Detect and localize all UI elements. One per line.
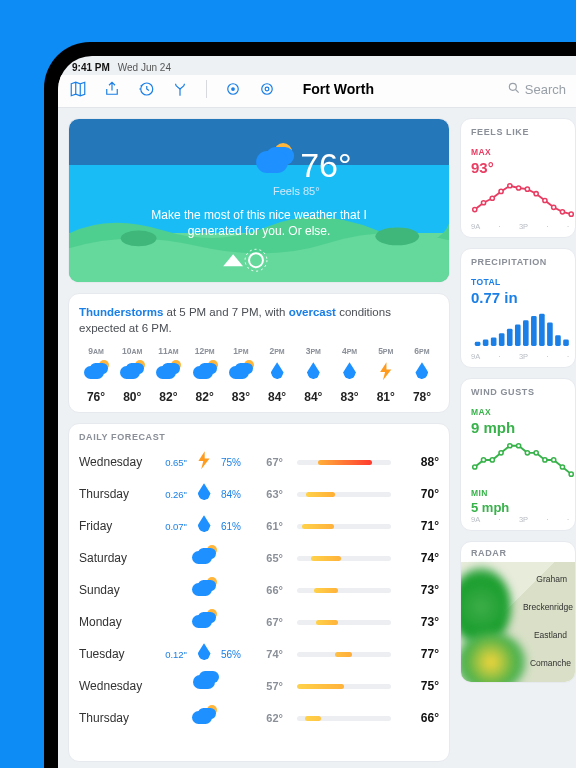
day-name: Wednesday [79,679,147,693]
svg-point-43 [552,458,556,462]
feels-like-max-label: MAX [471,147,491,157]
daily-row[interactable]: Friday0.07"61%61°71° [69,510,449,542]
low-temp: 62° [255,712,283,724]
precip-amount: 0.07" [153,521,187,532]
wind-title: WIND GUSTS [471,385,575,401]
precip-title: PRECIPITATION [471,255,575,271]
search-icon [507,81,521,98]
search-placeholder: Search [525,82,566,97]
day-name: Saturday [79,551,147,565]
hourly-column[interactable]: 12PM82° [188,346,222,404]
high-temp: 66° [405,711,439,725]
gear-icon[interactable] [257,79,277,99]
radar-map[interactable]: Graham Breckenridge Eastland Comanche [461,562,575,682]
forecast-summary: Thunderstorms at 5 PM and 7 PM, with ove… [79,304,439,336]
hourly-column[interactable]: 6PM78° [405,346,439,404]
fork-icon[interactable] [170,79,190,99]
daily-forecast-card[interactable]: DAILY FORECAST Wednesday0.65"75%67°88°Th… [68,423,450,762]
hourly-column[interactable]: 11AM82° [151,346,185,404]
daily-row[interactable]: Saturday65°74° [69,542,449,574]
feels-like-text: Feels 85° [273,185,320,197]
high-temp: 75° [405,679,439,693]
current-temp: 76° [300,146,351,185]
svg-point-2 [231,87,235,91]
svg-point-14 [508,184,512,188]
history-icon[interactable] [136,79,156,99]
hour-temp: 82° [159,390,177,404]
partly-cloudy-icon [193,362,217,384]
rain-icon [193,643,215,665]
precipitation-card[interactable]: PRECIPITATION TOTAL 0.77 in 9A·3P·· [460,248,576,368]
hour-label: 10AM [122,346,142,356]
radar-city: Graham [536,574,567,584]
rain-icon [193,515,215,537]
day-name: Thursday [79,487,147,501]
high-temp: 71° [405,519,439,533]
hour-label: 12PM [195,346,215,356]
hour-label: 6PM [414,346,429,356]
svg-point-20 [560,210,564,214]
share-icon[interactable] [102,79,122,99]
feels-like-card[interactable]: FEELS LIKE MAX 93° 9A·3P·· [460,118,576,238]
hour-label: 2PM [269,346,284,356]
daily-row[interactable]: Wednesday0.65"75%67°88° [69,446,449,478]
current-conditions-card[interactable]: 76° Feels 85° Make the most of this nice… [68,118,450,283]
search-field[interactable]: Search [507,81,566,98]
partly-cloudy-icon [192,579,216,601]
precip-pct: 56% [221,649,249,660]
svg-point-35 [481,458,485,462]
day-name: Tuesday [79,647,147,661]
svg-point-40 [525,451,529,455]
rain-icon [301,362,325,384]
toolbar: Fort Worth Search [58,75,576,108]
day-name: Sunday [79,583,147,597]
target-icon[interactable] [223,79,243,99]
radar-city: Comanche [530,658,571,668]
daily-row[interactable]: Sunday66°73° [69,574,449,606]
partly-cloudy-icon [120,362,144,384]
page-title: Fort Worth [303,81,374,97]
daily-row[interactable]: Thursday62°66° [69,702,449,734]
daily-row[interactable]: Thursday0.26"84%63°70° [69,478,449,510]
partly-cloudy-icon [254,145,294,185]
status-bar: 9:41 PM Wed Jun 24 [58,56,576,75]
daily-row[interactable]: Wednesday57°75° [69,670,449,702]
temp-range-bar [297,620,391,625]
partly-cloudy-icon [229,362,253,384]
thunderstorm-icon [193,451,215,473]
hourly-forecast-card[interactable]: Thunderstorms at 5 PM and 7 PM, with ove… [68,293,450,413]
radar-card[interactable]: RADAR Graham Breckenridge Eastland Coman… [460,541,576,683]
low-temp: 65° [255,552,283,564]
hourly-column[interactable]: 2PM84° [260,346,294,404]
hour-label: 9AM [88,346,104,356]
hour-temp: 83° [340,390,358,404]
hourly-column[interactable]: 9AM76° [79,346,113,404]
high-temp: 73° [405,583,439,597]
hour-temp: 84° [268,390,286,404]
status-date: Wed Jun 24 [118,62,171,73]
low-temp: 57° [255,680,283,692]
hourly-column[interactable]: 4PM83° [333,346,367,404]
hourly-column[interactable]: 10AM80° [115,346,149,404]
hour-temp: 84° [304,390,322,404]
wind-gusts-card[interactable]: WIND GUSTS MAX 9 mph MIN 5 mph 9A·3P·· [460,378,576,531]
daily-row[interactable]: Monday67°73° [69,606,449,638]
hourly-column[interactable]: 1PM83° [224,346,258,404]
svg-point-19 [552,205,556,209]
svg-point-38 [508,444,512,448]
svg-point-37 [499,451,503,455]
daily-row[interactable]: Tuesday0.12"56%74°77° [69,638,449,670]
svg-rect-30 [539,314,545,346]
hour-temp: 76° [87,390,105,404]
hour-temp: 82° [196,390,214,404]
partly-cloudy-icon [84,362,108,384]
svg-point-34 [473,465,477,469]
svg-rect-23 [483,340,489,346]
svg-point-42 [543,458,547,462]
map-icon[interactable] [68,79,88,99]
hourly-column[interactable]: 3PM84° [296,346,330,404]
svg-point-12 [490,196,494,200]
rain-icon [338,362,362,384]
hourly-column[interactable]: 5PM81° [369,346,403,404]
partly-cloudy-icon [192,707,216,729]
